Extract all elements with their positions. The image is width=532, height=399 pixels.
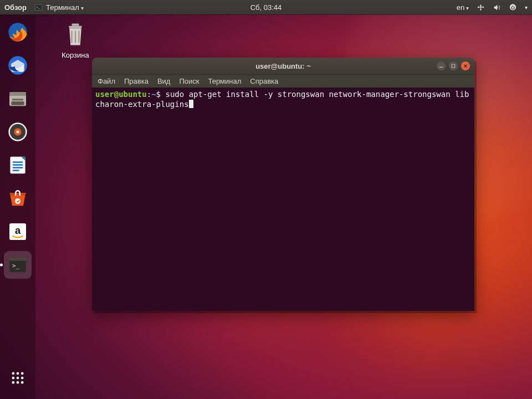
show-applications-button[interactable] xyxy=(4,365,31,391)
desktop-trash[interactable]: Корзина xyxy=(53,20,98,59)
thunderbird-icon xyxy=(7,54,29,76)
clock[interactable]: Сб, 03:44 xyxy=(250,3,282,12)
launcher-rhythmbox[interactable] xyxy=(4,119,31,145)
svg-point-28 xyxy=(17,377,19,380)
svg-text:a: a xyxy=(15,224,21,236)
apps-grid-icon xyxy=(10,370,25,386)
menu-file[interactable]: Файл xyxy=(98,77,115,85)
volume-icon[interactable] xyxy=(493,3,501,12)
prompt-sigil: $ xyxy=(156,90,161,99)
launcher-files[interactable] xyxy=(4,85,31,112)
launcher-libreoffice-writer[interactable] xyxy=(4,152,31,178)
power-icon[interactable] xyxy=(509,3,517,12)
svg-point-30 xyxy=(12,381,15,384)
input-source-indicator[interactable]: en xyxy=(457,3,469,12)
activities-button[interactable]: Обзор xyxy=(4,3,27,12)
svg-point-24 xyxy=(12,372,15,375)
prompt-path: ~ xyxy=(151,90,156,99)
menu-terminal[interactable]: Терминал xyxy=(208,77,241,85)
software-icon xyxy=(7,187,29,209)
rhythmbox-icon xyxy=(7,121,29,143)
trash-icon xyxy=(61,20,90,49)
launcher-firefox[interactable] xyxy=(4,19,31,45)
prompt-at: @ xyxy=(114,90,119,99)
svg-point-11 xyxy=(17,131,19,134)
svg-point-32 xyxy=(21,381,24,384)
svg-point-31 xyxy=(17,381,19,384)
launcher-thunderbird[interactable] xyxy=(4,52,31,79)
svg-rect-35 xyxy=(452,64,455,68)
amazon-icon: a xyxy=(7,221,29,243)
desktop-trash-label: Корзина xyxy=(53,51,98,59)
svg-rect-14 xyxy=(13,161,23,163)
writer-icon xyxy=(7,154,29,176)
svg-rect-33 xyxy=(72,24,79,26)
svg-rect-34 xyxy=(439,67,443,68)
terminal-icon: >_ xyxy=(34,3,43,12)
window-close-button[interactable] xyxy=(461,62,470,70)
menu-search[interactable]: Поиск xyxy=(179,77,199,85)
ubuntu-dock: a >_ xyxy=(0,14,35,399)
terminal-content[interactable]: user@ubuntu:~$ sudo apt-get install -y s… xyxy=(92,88,474,311)
system-menu-chevron-icon[interactable]: ▾ xyxy=(525,4,528,11)
window-title: user@ubuntu: ~ xyxy=(255,62,311,70)
svg-rect-22 xyxy=(9,258,26,261)
svg-point-29 xyxy=(21,377,24,380)
window-titlebar[interactable]: user@ubuntu: ~ xyxy=(92,58,474,74)
prompt-host: ubuntu xyxy=(119,90,147,99)
terminal-window[interactable]: user@ubuntu: ~ Файл Правка Вид Поиск Тер… xyxy=(92,58,474,311)
launcher-ubuntu-software[interactable] xyxy=(4,185,31,212)
terminal-cursor xyxy=(189,100,193,108)
launcher-amazon[interactable]: a xyxy=(4,218,31,245)
svg-rect-6 xyxy=(12,99,23,100)
prompt-colon: : xyxy=(147,90,151,99)
menu-help[interactable]: Справка xyxy=(250,77,278,85)
launcher-terminal[interactable]: >_ xyxy=(4,252,31,278)
svg-rect-17 xyxy=(13,170,19,171)
menu-view[interactable]: Вид xyxy=(157,77,171,85)
firefox-icon xyxy=(7,21,29,43)
svg-text:>_: >_ xyxy=(12,262,20,269)
gnome-top-bar: Обзор >_ Терминал Сб, 03:44 en ▾ xyxy=(0,0,532,14)
svg-point-18 xyxy=(15,198,21,204)
network-icon[interactable] xyxy=(477,3,485,12)
svg-rect-15 xyxy=(13,164,23,166)
svg-rect-7 xyxy=(11,101,24,105)
window-minimize-button[interactable] xyxy=(437,62,446,70)
window-maximize-button[interactable] xyxy=(449,62,458,70)
app-menu[interactable]: >_ Терминал xyxy=(34,3,84,12)
prompt-user: user xyxy=(95,90,114,99)
svg-rect-5 xyxy=(9,92,26,96)
terminal-menubar: Файл Правка Вид Поиск Терминал Справка xyxy=(92,74,474,88)
svg-text:>_: >_ xyxy=(36,5,40,9)
svg-rect-16 xyxy=(13,167,23,168)
svg-point-26 xyxy=(21,372,24,375)
terminal-app-icon: >_ xyxy=(7,254,29,276)
app-menu-label: Терминал xyxy=(46,3,84,12)
svg-point-25 xyxy=(17,372,19,375)
files-icon xyxy=(7,88,29,110)
menu-edit[interactable]: Правка xyxy=(124,77,149,85)
svg-point-27 xyxy=(12,377,15,380)
